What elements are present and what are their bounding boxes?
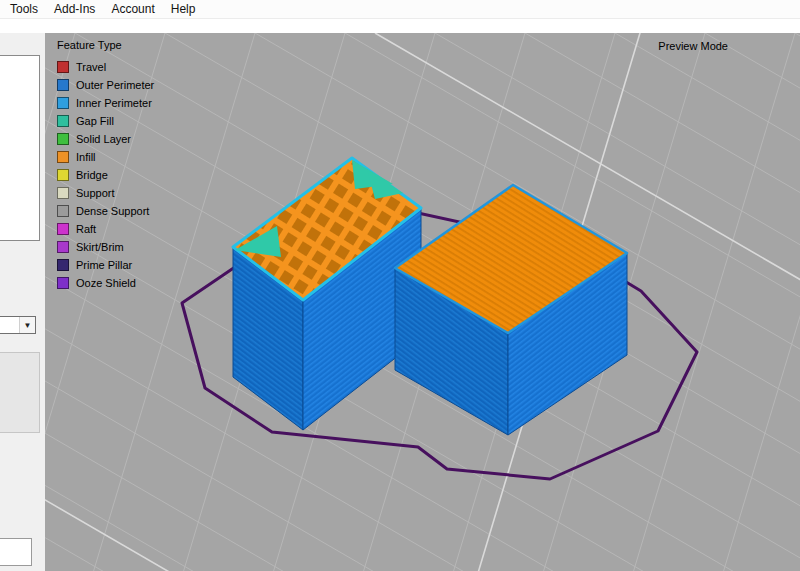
legend-item: Travel [57, 58, 154, 76]
3d-viewport[interactable]: Feature Type TravelOuter PerimeterInner … [45, 33, 800, 571]
legend-swatch [57, 133, 69, 145]
chevron-down-icon[interactable]: ▼ [19, 317, 35, 333]
legend-swatch [57, 223, 69, 235]
legend-item: Bridge [57, 166, 154, 184]
legend-item: Skirt/Brim [57, 238, 154, 256]
legend-item: Solid Layer [57, 130, 154, 148]
legend-item: Dense Support [57, 202, 154, 220]
legend-item: Gap Fill [57, 112, 154, 130]
legend-item-label: Raft [76, 223, 96, 235]
legend-item-label: Skirt/Brim [76, 241, 124, 253]
legend-swatch [57, 97, 69, 109]
model-cube-right[interactable] [395, 185, 627, 435]
menu-item-account[interactable]: Account [103, 0, 162, 18]
legend-item: Inner Perimeter [57, 94, 154, 112]
legend-item-label: Support [76, 187, 115, 199]
3d-scene[interactable] [45, 33, 800, 571]
process-listbox[interactable] [0, 55, 40, 241]
legend-swatch [57, 115, 69, 127]
model-cube-left[interactable] [233, 158, 421, 430]
legend-item-label: Travel [76, 61, 106, 73]
legend-swatch [57, 187, 69, 199]
legend-swatch [57, 205, 69, 217]
legend-item: Outer Perimeter [57, 76, 154, 94]
legend-title: Feature Type [57, 39, 154, 51]
legend-item-label: Inner Perimeter [76, 97, 152, 109]
menubar: ToolsAdd-InsAccountHelp [0, 0, 800, 19]
legend-swatch [57, 241, 69, 253]
legend-item: Ooze Shield [57, 274, 154, 292]
legend-swatch [57, 61, 69, 73]
legend-item: Support [57, 184, 154, 202]
legend-item: Raft [57, 220, 154, 238]
legend-swatch [57, 169, 69, 181]
profile-combobox[interactable]: ▼ [0, 316, 36, 334]
legend-swatch [57, 259, 69, 271]
legend-swatch [57, 79, 69, 91]
options-groupbox [0, 352, 40, 433]
legend-item-label: Ooze Shield [76, 277, 136, 289]
menu-item-add-ins[interactable]: Add-Ins [46, 0, 103, 18]
legend-item: Prime Pillar [57, 256, 154, 274]
legend-swatch [57, 277, 69, 289]
legend-item-label: Gap Fill [76, 115, 114, 127]
legend-item-label: Solid Layer [76, 133, 131, 145]
legend-swatch [57, 151, 69, 163]
menu-item-tools[interactable]: Tools [2, 0, 46, 18]
legend-list: TravelOuter PerimeterInner PerimeterGap … [57, 58, 154, 292]
legend-item-label: Bridge [76, 169, 108, 181]
feature-type-legend: Feature Type TravelOuter PerimeterInner … [57, 39, 154, 292]
legend-item-label: Outer Perimeter [76, 79, 154, 91]
application-window: ToolsAdd-InsAccountHelp ▼ [0, 0, 800, 571]
legend-item: Infill [57, 148, 154, 166]
legend-item-label: Infill [76, 151, 96, 163]
legend-item-label: Prime Pillar [76, 259, 132, 271]
bottom-field-partial[interactable] [0, 538, 32, 566]
preview-mode-label: Preview Mode [658, 40, 728, 52]
legend-item-label: Dense Support [76, 205, 149, 217]
menu-item-help[interactable]: Help [163, 0, 204, 18]
settings-panel-cropped: ▼ [0, 33, 45, 571]
